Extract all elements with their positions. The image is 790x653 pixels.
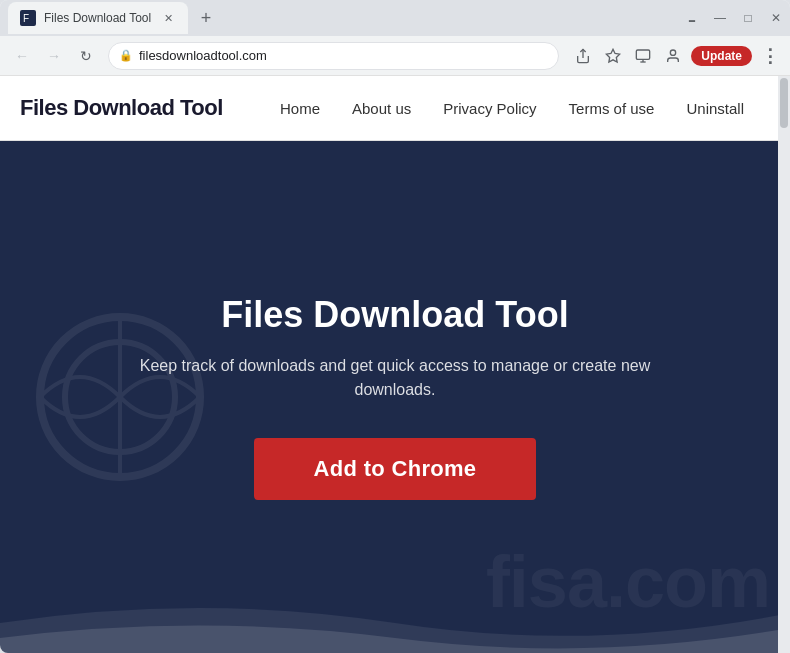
toolbar-right: Update ⋮ bbox=[571, 44, 782, 68]
hero-section: fisa.com Files Download Tool Keep track … bbox=[0, 141, 790, 653]
lock-icon: 🔒 bbox=[119, 49, 133, 62]
browser-frame: F Files Download Tool ✕ + 🗕 — □ ✕ ← → ↻ … bbox=[0, 0, 790, 653]
tab-search-icon[interactable] bbox=[631, 44, 655, 68]
site-nav-links: Home About us Privacy Policy Terms of us… bbox=[280, 100, 744, 117]
nav-link-terms[interactable]: Terms of use bbox=[569, 100, 655, 117]
more-options-button[interactable]: ⋮ bbox=[758, 44, 782, 68]
chevron-up-icon[interactable]: 🗕 bbox=[686, 12, 698, 24]
maximize-button[interactable]: □ bbox=[742, 12, 754, 24]
forward-button[interactable]: → bbox=[40, 42, 68, 70]
tab-strip: F Files Download Tool ✕ + bbox=[8, 2, 686, 34]
tab-title: Files Download Tool bbox=[44, 11, 152, 25]
nav-link-uninstall[interactable]: Uninstall bbox=[686, 100, 744, 117]
title-bar: F Files Download Tool ✕ + 🗕 — □ ✕ bbox=[0, 0, 790, 36]
scrollbar-track bbox=[778, 76, 790, 653]
tab-favicon: F bbox=[20, 10, 36, 26]
update-button[interactable]: Update bbox=[691, 46, 752, 66]
scrollbar-thumb[interactable] bbox=[780, 78, 788, 128]
hero-wave bbox=[0, 593, 790, 653]
nav-link-about[interactable]: About us bbox=[352, 100, 411, 117]
svg-point-7 bbox=[671, 50, 676, 55]
tab-close-button[interactable]: ✕ bbox=[160, 10, 176, 26]
window-controls: 🗕 — □ ✕ bbox=[686, 12, 782, 24]
close-button[interactable]: ✕ bbox=[770, 12, 782, 24]
address-input[interactable]: 🔒 filesdownloadtool.com bbox=[108, 42, 559, 70]
hero-subtitle: Keep track of downloads and get quick ac… bbox=[135, 354, 655, 402]
page-content: Files Download Tool Home About us Privac… bbox=[0, 76, 790, 653]
new-tab-button[interactable]: + bbox=[192, 4, 220, 32]
share-icon[interactable] bbox=[571, 44, 595, 68]
minimize-button[interactable]: — bbox=[714, 12, 726, 24]
nav-link-privacy[interactable]: Privacy Policy bbox=[443, 100, 536, 117]
active-tab[interactable]: F Files Download Tool ✕ bbox=[8, 2, 188, 34]
profile-icon[interactable] bbox=[661, 44, 685, 68]
hero-title: Files Download Tool bbox=[221, 294, 568, 336]
add-to-chrome-button[interactable]: Add to Chrome bbox=[254, 438, 537, 500]
address-bar: ← → ↻ 🔒 filesdownloadtool.com Update ⋮ bbox=[0, 36, 790, 76]
url-text: filesdownloadtool.com bbox=[139, 48, 548, 63]
site-navbar: Files Download Tool Home About us Privac… bbox=[0, 76, 790, 141]
svg-rect-4 bbox=[637, 50, 650, 59]
bookmark-icon[interactable] bbox=[601, 44, 625, 68]
site-logo: Files Download Tool bbox=[20, 95, 260, 121]
nav-link-home[interactable]: Home bbox=[280, 100, 320, 117]
reload-button[interactable]: ↻ bbox=[72, 42, 100, 70]
svg-marker-3 bbox=[607, 49, 620, 62]
svg-text:F: F bbox=[23, 13, 29, 24]
back-button[interactable]: ← bbox=[8, 42, 36, 70]
